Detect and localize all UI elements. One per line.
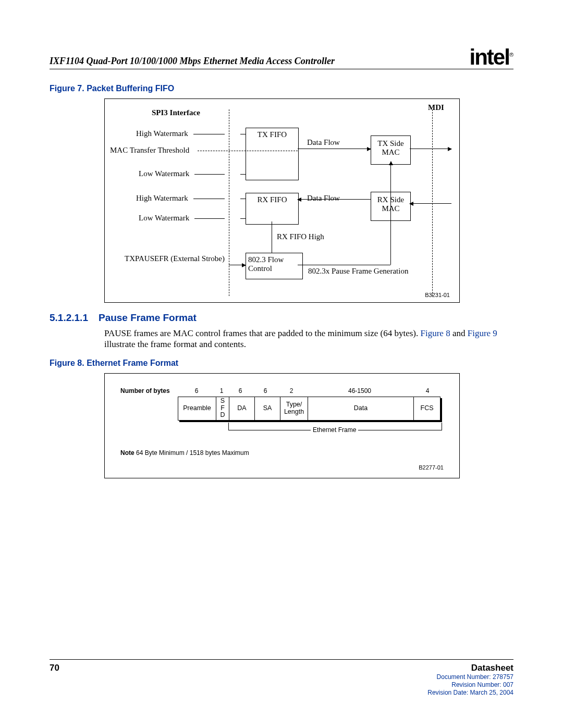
txpause-arrow [229,265,246,265]
rx-dataflow-label: Data Flow [307,194,340,203]
lw1-label: Low Watermark [139,169,189,178]
fc-v-line [390,162,391,265]
rx-fifo-label: RX FIFO [257,195,287,204]
hw1-line [193,134,225,134]
figure7-diagram: SPI3 Interface MDI TX FIFO TX Side MAC R… [104,98,460,303]
byte-0: 6 [178,387,215,394]
pausegen-label: 802.3x Pause Frame Generation [308,267,408,276]
byte-3: 6 [253,387,278,394]
lw2-label: Low Watermark [139,214,189,223]
rxfifo-high-label: RX FIFO High [277,232,324,241]
lw2-line [194,218,225,219]
note-bold: Note [120,449,134,456]
byte-6: 4 [414,387,440,394]
section-number: 5.1.2.1.1 [50,312,88,324]
figure7-id: B3231-01 [425,292,450,298]
byte-5: 46-1500 [305,387,414,394]
spi3-interface-line [229,109,229,296]
cell-sfd: S F D [216,397,229,420]
note-text: 64 Byte Minimum / 1518 bytes Maximum [134,449,249,456]
doc-number: Document Number: 278757 [427,673,513,681]
figure9-ref[interactable]: Figure 9 [468,328,497,338]
page-header: IXF1104 Quad-Port 10/100/1000 Mbps Ether… [50,42,513,69]
cell-data: Data [308,397,414,420]
cell-type: Type/ Length [280,397,308,420]
byte-4: 2 [278,387,305,394]
figure8-diagram: Number of bytes 6 1 6 6 2 46-1500 4 Prea… [104,373,460,478]
body-text-c: illustrate the frame format and contents… [104,339,246,349]
body-text-b: and [450,328,468,338]
tx-mdi-arrow [410,149,451,149]
mdi-label: MDI [428,103,444,112]
ethernet-frame-label: Ethernet Frame [311,426,358,434]
hw1-tick [240,134,246,134]
txpause-label: TXPAUSEFR (External Strobe) [120,254,225,263]
datasheet-label: Datasheet [427,663,513,673]
byte-count-row: Number of bytes 6 1 6 6 2 46-1500 4 [120,387,444,394]
flow-control-label: 802.3 Flow Control [248,255,284,273]
byte-2: 6 [228,387,253,394]
hw1-label: High Watermark [136,129,188,138]
rxfifo-high-line [272,221,272,253]
figure8-note: Note 64 Byte Minimum / 1518 bytes Maximu… [120,449,444,456]
page-number: 70 [50,663,59,673]
lw1-tick [240,174,246,175]
figure8-id: B2277-01 [419,464,444,471]
tx-fifo-box: TX FIFO [246,128,299,180]
section-body: PAUSE frames are MAC control frames that… [104,328,513,350]
spi3-label: SPI3 Interface [152,108,200,117]
registered-icon: ® [509,52,513,58]
rx-mdi-arrow [410,203,451,204]
page-footer: 70 Datasheet Document Number: 278757 Rev… [50,659,513,697]
figure7-caption: Figure 7. Packet Buffering FIFO [50,84,513,93]
section-heading: 5.1.2.1.1Pause Frame Format [50,312,513,324]
tx-fifo-label: TX FIFO [258,130,287,139]
nob-label: Number of bytes [120,387,178,394]
mdi-interface-line [432,109,433,296]
hw2-line [193,199,225,199]
mtt-line [198,151,298,151]
hw2-tick [240,199,246,199]
rx-fifo-box: RX FIFO [246,193,299,225]
mtt-label: MAC Transfer Threshold [110,146,189,155]
hw2-label: High Watermark [136,194,188,203]
tx-dataflow-arrow [298,149,371,149]
cell-fcs: FCS [414,397,440,420]
figure8-ref[interactable]: Figure 8 [421,328,450,338]
cell-preamble: Preamble [178,397,216,420]
intel-logo: intel® [470,45,513,70]
body-text-a: PAUSE frames are MAC control frames that… [104,328,421,338]
revision-number: Revision Number: 007 [427,681,513,689]
doc-title: IXF1104 Quad-Port 10/100/1000 Mbps Ether… [50,56,335,67]
logo-text: intel [470,45,509,69]
lw1-line [194,174,225,175]
flow-control-box: 802.3 Flow Control [246,253,303,279]
figure8-caption: Figure 8. Ethernet Frame Format [50,359,513,368]
lw2-tick [240,218,246,219]
section-title: Pause Frame Format [99,312,197,323]
cell-sa: SA [255,397,280,420]
cell-da: DA [229,397,255,420]
byte-1: 1 [215,387,228,394]
tx-mac-box: TX Side MAC [371,135,411,165]
tx-dataflow-label: Data Flow [307,138,340,147]
fc-h-line [298,265,390,265]
frame-cells: Preamble S F D DA SA Type/ Length Data F… [178,397,440,421]
revision-date: Revision Date: March 25, 2004 [427,689,513,697]
tx-mac-label: TX Side MAC [377,139,403,156]
